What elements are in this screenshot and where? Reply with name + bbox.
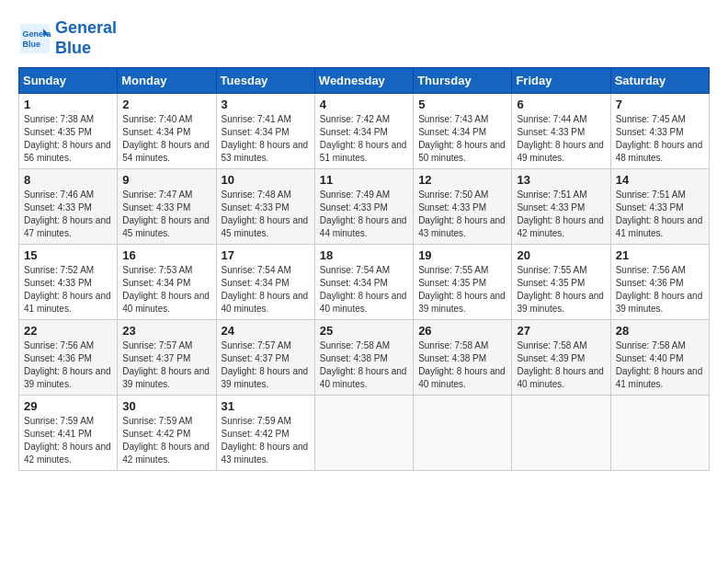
calendar-cell: 28Sunrise: 7:58 AMSunset: 4:40 PMDayligh… [610,320,709,396]
calendar-cell: 10Sunrise: 7:48 AMSunset: 4:33 PMDayligh… [216,169,314,245]
day-info: Sunrise: 7:55 AMSunset: 4:35 PMDaylight:… [517,264,605,316]
calendar-cell: 3Sunrise: 7:41 AMSunset: 4:34 PMDaylight… [216,94,314,169]
day-info: Sunrise: 7:48 AMSunset: 4:33 PMDaylight:… [222,189,310,240]
calendar-week-row: 15Sunrise: 7:52 AMSunset: 4:33 PMDayligh… [19,245,710,320]
logo-icon: General Blue [18,22,51,55]
calendar-cell: 20Sunrise: 7:55 AMSunset: 4:35 PMDayligh… [512,245,610,320]
calendar-cell: 24Sunrise: 7:57 AMSunset: 4:37 PMDayligh… [216,320,314,396]
calendar-cell: 29Sunrise: 7:59 AMSunset: 4:41 PMDayligh… [19,396,118,471]
day-info: Sunrise: 7:46 AMSunset: 4:33 PMDaylight:… [24,189,112,240]
day-info: Sunrise: 7:53 AMSunset: 4:34 PMDaylight:… [122,264,210,316]
calendar-cell: 5Sunrise: 7:43 AMSunset: 4:34 PMDaylight… [414,94,512,169]
day-info: Sunrise: 7:41 AMSunset: 4:34 PMDaylight:… [222,113,310,165]
calendar-cell [512,396,610,471]
weekday-header-tuesday: Tuesday [216,68,314,94]
calendar-cell: 19Sunrise: 7:55 AMSunset: 4:35 PMDayligh… [414,245,512,320]
day-info: Sunrise: 7:56 AMSunset: 4:36 PMDaylight:… [616,264,704,316]
weekday-header-thursday: Thursday [414,68,512,94]
day-number: 11 [320,173,408,187]
calendar-table: SundayMondayTuesdayWednesdayThursdayFrid… [18,67,710,471]
day-number: 21 [616,248,704,262]
day-number: 26 [418,324,506,338]
calendar-cell: 17Sunrise: 7:54 AMSunset: 4:34 PMDayligh… [216,245,314,320]
calendar-week-row: 8Sunrise: 7:46 AMSunset: 4:33 PMDaylight… [19,169,710,245]
day-number: 15 [24,248,112,262]
day-info: Sunrise: 7:51 AMSunset: 4:33 PMDaylight:… [616,189,704,240]
day-number: 25 [320,324,408,338]
day-number: 24 [222,324,310,338]
day-number: 29 [24,399,112,413]
calendar-cell [314,396,413,471]
logo-text: General Blue [55,18,117,58]
calendar-cell: 8Sunrise: 7:46 AMSunset: 4:33 PMDaylight… [19,169,118,245]
calendar-week-row: 1Sunrise: 7:38 AMSunset: 4:35 PMDaylight… [19,94,710,169]
day-info: Sunrise: 7:43 AMSunset: 4:34 PMDaylight:… [418,113,506,165]
day-number: 23 [122,324,210,338]
day-number: 31 [222,399,310,413]
day-info: Sunrise: 7:59 AMSunset: 4:41 PMDaylight:… [24,415,112,466]
calendar-cell: 9Sunrise: 7:47 AMSunset: 4:33 PMDaylight… [118,169,216,245]
weekday-header-friday: Friday [512,68,610,94]
day-info: Sunrise: 7:58 AMSunset: 4:38 PMDaylight:… [418,339,506,391]
day-number: 27 [517,324,605,338]
day-number: 6 [517,98,605,111]
calendar-cell: 21Sunrise: 7:56 AMSunset: 4:36 PMDayligh… [610,245,709,320]
calendar-cell: 6Sunrise: 7:44 AMSunset: 4:33 PMDaylight… [512,94,610,169]
calendar-cell: 1Sunrise: 7:38 AMSunset: 4:35 PMDaylight… [19,94,118,169]
day-info: Sunrise: 7:56 AMSunset: 4:36 PMDaylight:… [24,339,112,391]
day-number: 2 [122,98,210,111]
day-info: Sunrise: 7:42 AMSunset: 4:34 PMDaylight:… [320,113,408,165]
calendar-cell: 26Sunrise: 7:58 AMSunset: 4:38 PMDayligh… [414,320,512,396]
calendar-cell: 23Sunrise: 7:57 AMSunset: 4:37 PMDayligh… [118,320,216,396]
day-number: 30 [122,399,210,413]
calendar-cell: 18Sunrise: 7:54 AMSunset: 4:34 PMDayligh… [314,245,413,320]
svg-text:Blue: Blue [23,40,41,49]
calendar-cell: 16Sunrise: 7:53 AMSunset: 4:34 PMDayligh… [118,245,216,320]
calendar-cell: 27Sunrise: 7:58 AMSunset: 4:39 PMDayligh… [512,320,610,396]
weekday-header-saturday: Saturday [610,68,709,94]
calendar-cell: 25Sunrise: 7:58 AMSunset: 4:38 PMDayligh… [314,320,413,396]
day-info: Sunrise: 7:49 AMSunset: 4:33 PMDaylight:… [320,189,408,240]
day-info: Sunrise: 7:54 AMSunset: 4:34 PMDaylight:… [222,264,310,316]
calendar-week-row: 29Sunrise: 7:59 AMSunset: 4:41 PMDayligh… [19,396,710,471]
day-info: Sunrise: 7:59 AMSunset: 4:42 PMDaylight:… [122,415,210,466]
day-info: Sunrise: 7:54 AMSunset: 4:34 PMDaylight:… [320,264,408,316]
day-info: Sunrise: 7:50 AMSunset: 4:33 PMDaylight:… [418,189,506,240]
day-number: 18 [320,248,408,262]
calendar-cell: 4Sunrise: 7:42 AMSunset: 4:34 PMDaylight… [314,94,413,169]
day-number: 19 [418,248,506,262]
day-number: 1 [24,98,112,111]
weekday-header-sunday: Sunday [19,68,118,94]
page-header: General Blue General Blue [18,18,710,58]
day-info: Sunrise: 7:58 AMSunset: 4:38 PMDaylight:… [320,339,408,391]
day-info: Sunrise: 7:58 AMSunset: 4:40 PMDaylight:… [616,339,704,391]
calendar-cell: 13Sunrise: 7:51 AMSunset: 4:33 PMDayligh… [512,169,610,245]
weekday-header-row: SundayMondayTuesdayWednesdayThursdayFrid… [19,68,710,94]
calendar-cell [414,396,512,471]
day-number: 16 [122,248,210,262]
day-number: 20 [517,248,605,262]
day-number: 5 [418,98,506,111]
calendar-cell: 11Sunrise: 7:49 AMSunset: 4:33 PMDayligh… [314,169,413,245]
day-number: 22 [24,324,112,338]
day-number: 8 [24,173,112,187]
day-number: 13 [517,173,605,187]
weekday-header-monday: Monday [118,68,216,94]
day-number: 7 [616,98,704,111]
calendar-cell: 22Sunrise: 7:56 AMSunset: 4:36 PMDayligh… [19,320,118,396]
calendar-cell: 7Sunrise: 7:45 AMSunset: 4:33 PMDaylight… [610,94,709,169]
day-info: Sunrise: 7:57 AMSunset: 4:37 PMDaylight:… [222,339,310,391]
day-number: 12 [418,173,506,187]
day-info: Sunrise: 7:51 AMSunset: 4:33 PMDaylight:… [517,189,605,240]
calendar-cell: 12Sunrise: 7:50 AMSunset: 4:33 PMDayligh… [414,169,512,245]
day-info: Sunrise: 7:47 AMSunset: 4:33 PMDaylight:… [122,189,210,240]
calendar-cell: 31Sunrise: 7:59 AMSunset: 4:42 PMDayligh… [216,396,314,471]
calendar-cell: 30Sunrise: 7:59 AMSunset: 4:42 PMDayligh… [118,396,216,471]
day-number: 9 [122,173,210,187]
day-info: Sunrise: 7:38 AMSunset: 4:35 PMDaylight:… [24,113,112,165]
day-info: Sunrise: 7:57 AMSunset: 4:37 PMDaylight:… [122,339,210,391]
weekday-header-wednesday: Wednesday [314,68,413,94]
day-info: Sunrise: 7:44 AMSunset: 4:33 PMDaylight:… [517,113,605,165]
calendar-cell: 15Sunrise: 7:52 AMSunset: 4:33 PMDayligh… [19,245,118,320]
calendar-cell: 14Sunrise: 7:51 AMSunset: 4:33 PMDayligh… [610,169,709,245]
